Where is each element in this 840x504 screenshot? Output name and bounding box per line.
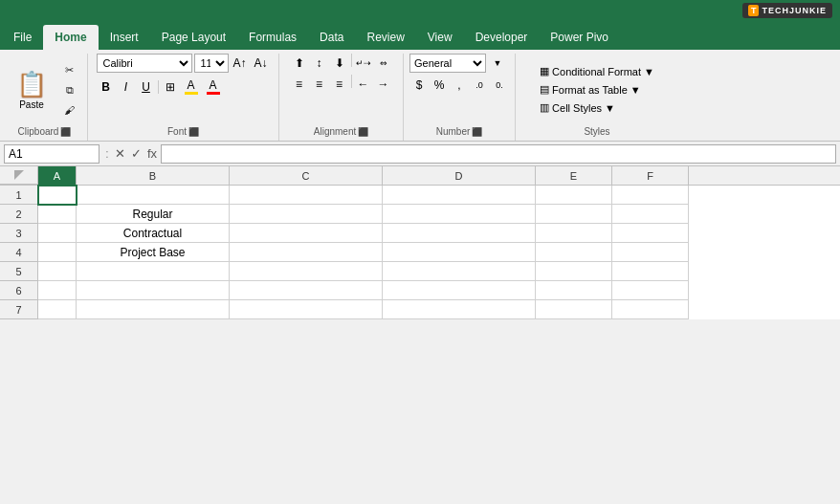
row-header-1[interactable]: 1 [0,186,37,205]
cell-b7[interactable] [77,300,230,319]
cell-b3[interactable]: Contractual [77,224,230,243]
cell-e4[interactable] [536,243,612,262]
cell-a5[interactable] [38,262,77,281]
comma-button[interactable]: , [450,76,469,95]
tab-review[interactable]: Review [355,25,415,50]
cell-b6[interactable] [77,281,230,300]
merge-center-button[interactable]: ⇔ [374,54,393,73]
font-name-select[interactable]: Calibri [97,54,192,73]
currency-button[interactable]: $ [409,76,429,95]
cell-c4[interactable] [230,243,383,262]
cell-e2[interactable] [536,205,612,224]
formula-input[interactable] [161,144,836,164]
align-top-button[interactable]: ⬆ [290,54,309,73]
cell-f5[interactable] [612,262,689,281]
tab-insert[interactable]: Insert [99,25,150,50]
tab-developer[interactable]: Developer [464,25,540,50]
cell-c5[interactable] [230,262,383,281]
row-header-3[interactable]: 3 [0,224,37,243]
cell-b5[interactable] [77,262,230,281]
align-right-button[interactable]: ≡ [330,75,349,94]
row-header-5[interactable]: 5 [0,262,37,281]
clipboard-expand-icon[interactable]: ⬛ [60,127,71,137]
text-wrap-button[interactable]: ↵⇢ [354,54,373,73]
cell-f7[interactable] [612,300,689,319]
cell-a2[interactable] [38,205,77,224]
row-header-6[interactable]: 6 [0,281,37,300]
copy-button[interactable]: ⧉ [59,81,79,99]
font-color-button[interactable]: A [203,77,224,97]
cell-a6[interactable] [38,281,77,300]
cut-button[interactable]: ✂ [59,61,79,79]
align-bottom-button[interactable]: ⬇ [330,54,349,73]
cell-d6[interactable] [383,281,536,300]
row-header-2[interactable]: 2 [0,205,37,224]
cell-d1[interactable] [383,186,536,205]
cancel-icon[interactable]: ✕ [115,146,125,161]
tab-data[interactable]: Data [308,25,355,50]
tab-formulas[interactable]: Formulas [237,25,308,50]
cell-a3[interactable] [38,224,77,243]
cell-f2[interactable] [612,205,689,224]
format-table-button[interactable]: ▤ Format as Table ▼ [533,81,661,98]
cell-c2[interactable] [230,205,383,224]
cell-d4[interactable] [383,243,536,262]
cell-e1[interactable] [536,186,612,205]
italic-button[interactable]: I [117,77,136,97]
cell-a7[interactable] [38,300,77,319]
format-painter-button[interactable]: 🖌 [59,101,79,119]
cell-b1[interactable] [77,186,230,205]
col-header-a[interactable]: A [38,166,77,185]
indent-increase-button[interactable]: → [374,75,393,94]
name-box[interactable] [4,144,99,164]
cell-f1[interactable] [612,186,689,205]
number-expand-icon[interactable]: ⬛ [472,127,482,137]
decimal-decrease-button[interactable]: .0 [470,76,489,95]
cell-c6[interactable] [230,281,383,300]
tab-file[interactable]: File [2,25,43,50]
col-header-c[interactable]: C [230,166,383,185]
cell-b2[interactable]: Regular [77,205,230,224]
bold-button[interactable]: B [97,77,116,97]
row-header-4[interactable]: 4 [0,243,37,262]
decimal-increase-button[interactable]: 0. [490,76,509,95]
number-format-select[interactable]: General [409,54,486,73]
align-middle-button[interactable]: ↕ [310,54,329,73]
col-header-f[interactable]: F [612,166,689,185]
row-header-7[interactable]: 7 [0,300,37,319]
cell-a1[interactable] [38,186,77,205]
align-left-button[interactable]: ≡ [290,75,309,94]
col-header-e[interactable]: E [536,166,612,185]
indent-decrease-button[interactable]: ← [354,75,373,94]
cell-f6[interactable] [612,281,689,300]
font-size-select[interactable]: 11 [194,54,229,73]
tab-home[interactable]: Home [43,25,98,50]
cell-c3[interactable] [230,224,383,243]
conditional-format-button[interactable]: ▦ Conditional Format ▼ [533,63,661,79]
cell-styles-button[interactable]: ▥ Cell Styles ▼ [533,99,661,116]
col-header-b[interactable]: B [77,166,230,185]
percent-button[interactable]: % [430,76,449,95]
col-header-d[interactable]: D [383,166,536,185]
tab-power-pivo[interactable]: Power Pivo [539,25,620,50]
cell-f3[interactable] [612,224,689,243]
cell-d3[interactable] [383,224,536,243]
cell-d7[interactable] [383,300,536,319]
cell-d2[interactable] [383,205,536,224]
cell-e3[interactable] [536,224,612,243]
font-increase-button[interactable]: A↑ [231,54,250,73]
select-all-button[interactable] [0,166,38,185]
border-button[interactable]: ⊞ [161,77,180,97]
cell-e7[interactable] [536,300,612,319]
tab-page-layout[interactable]: Page Layout [150,25,237,50]
alignment-expand-icon[interactable]: ⬛ [358,127,368,137]
cell-c7[interactable] [230,300,383,319]
function-icon[interactable]: fx [147,146,157,161]
underline-button[interactable]: U [137,77,156,97]
number-expand-arrow[interactable]: ▼ [488,54,507,73]
cell-d5[interactable] [383,262,536,281]
cell-a4[interactable] [38,243,77,262]
fill-color-button[interactable]: A [181,77,202,97]
tab-view[interactable]: View [416,25,464,50]
font-decrease-button[interactable]: A↓ [252,54,271,73]
